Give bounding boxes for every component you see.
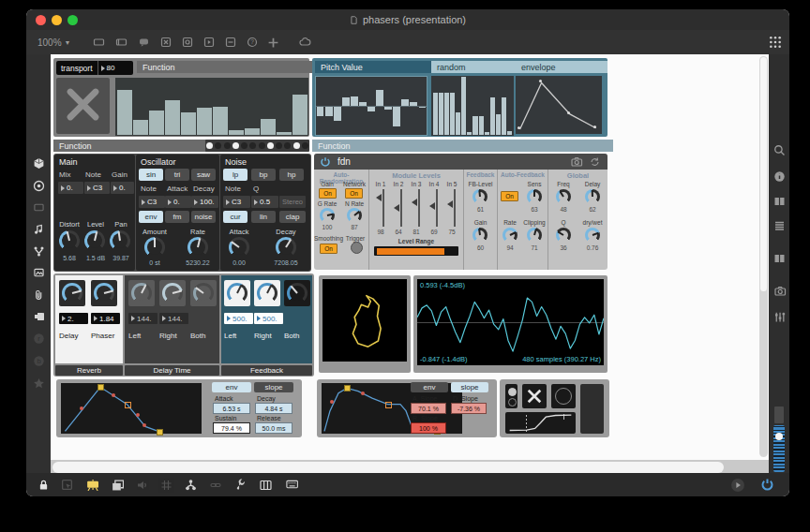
piano-icon[interactable] [259, 480, 272, 491]
plug-icon[interactable] [33, 311, 44, 322]
release-value-box[interactable]: 50.0 ms [255, 422, 292, 434]
fdn-power-icon[interactable] [320, 156, 331, 168]
feedback-right-numberbox[interactable]: 500. [254, 313, 283, 324]
circle-button[interactable] [551, 384, 576, 408]
g-rate-knob[interactable] [320, 208, 335, 223]
distort-knob[interactable] [59, 230, 80, 251]
new-message-icon[interactable] [114, 37, 128, 48]
image-icon[interactable] [33, 268, 45, 278]
x-toggle[interactable] [56, 78, 110, 134]
global-delay-knob[interactable] [585, 189, 600, 204]
osc-attack-numberbox[interactable]: 0. [165, 196, 191, 208]
list-icon[interactable] [773, 220, 786, 231]
fdn-camera-icon[interactable] [570, 156, 583, 168]
grid-icon[interactable] [160, 480, 172, 491]
in3-slider[interactable] [412, 189, 421, 227]
panes-icon[interactable] [773, 253, 786, 264]
sin-button[interactable]: sin [139, 169, 163, 181]
function-header-1[interactable]: Function [137, 61, 312, 73]
patching-mode-icon[interactable] [111, 479, 124, 491]
reverb-delay-numberbox[interactable]: 2. [59, 313, 88, 324]
comment-icon[interactable] [137, 37, 151, 48]
x-button[interactable] [522, 384, 547, 408]
power-button[interactable] [760, 478, 774, 492]
delay-left-knob[interactable] [131, 283, 152, 303]
hp-button[interactable]: hp [279, 169, 304, 181]
main-gain-numberbox[interactable]: 0. [111, 182, 134, 194]
env1-slope-tab[interactable]: slope [254, 382, 293, 392]
bp-button[interactable]: bp [251, 169, 276, 181]
zoom-dropdown[interactable]: 100%▼ [38, 37, 71, 48]
random-header[interactable]: random [431, 61, 518, 73]
noise-q-numberbox[interactable]: 0.5 [251, 196, 278, 208]
env1-env-tab[interactable]: env [212, 382, 251, 392]
fm-button[interactable]: fm [165, 211, 189, 223]
reverb-phaser-knob[interactable] [94, 283, 114, 303]
clap-button[interactable]: clap [279, 211, 306, 223]
trigger-button[interactable] [351, 242, 363, 254]
select-icon[interactable] [61, 479, 73, 491]
help-icon[interactable]: ? [246, 37, 259, 48]
lin-button[interactable]: lin [251, 211, 276, 223]
delay-right-knob[interactable] [162, 283, 183, 303]
delay-both-knob[interactable] [193, 283, 214, 303]
pan-knob[interactable] [110, 230, 130, 251]
fdn-gain-knob[interactable] [472, 228, 488, 243]
af-rate-knob[interactable] [502, 228, 518, 243]
env2-env-tab[interactable]: env [411, 382, 448, 392]
number-box-icon[interactable] [224, 37, 237, 48]
curve-utility-display[interactable] [505, 412, 576, 434]
play-button[interactable] [730, 478, 745, 493]
link-icon[interactable] [209, 480, 222, 491]
button-icon[interactable] [181, 37, 194, 48]
lock-icon[interactable] [38, 479, 49, 491]
presentation-icon[interactable] [85, 479, 98, 491]
r-slope-value-box[interactable]: 100 % [411, 422, 446, 434]
envelope-display[interactable] [516, 76, 602, 134]
lp-button[interactable]: lp [223, 169, 248, 181]
rectangle-icon[interactable] [33, 202, 45, 213]
b-badge-icon[interactable]: b [33, 355, 45, 367]
envelope-header[interactable]: envelope [516, 61, 608, 73]
preset-dots[interactable] [205, 140, 309, 152]
feedback-both-knob[interactable] [287, 283, 308, 303]
toggle-icon[interactable] [159, 37, 172, 48]
env-button[interactable]: env [139, 211, 163, 223]
gain-meter[interactable] [773, 425, 785, 472]
keyboard-icon[interactable] [284, 480, 298, 490]
target-icon[interactable] [33, 180, 45, 192]
transport-toggle[interactable]: transport 80 [56, 61, 133, 75]
smoothing-toggle[interactable]: On [320, 244, 338, 254]
waveform-display[interactable]: 0.593 (-4.5dB) -0.847 (-1.4dB) 480 sampl… [417, 279, 604, 365]
camera-icon[interactable] [773, 286, 787, 297]
freq-knob[interactable] [556, 189, 571, 204]
reverb-phaser-numberbox[interactable]: 1.84 [91, 313, 120, 324]
note-icon[interactable] [33, 223, 44, 235]
scope-display[interactable] [322, 279, 407, 362]
wrench-icon[interactable] [234, 479, 247, 491]
noise-decay-knob[interactable] [276, 237, 296, 258]
d-slope-value-box[interactable]: -7.36 % [451, 403, 487, 414]
new-object-icon[interactable] [92, 37, 106, 48]
horizontal-scrollbar-thumb[interactable] [52, 462, 724, 473]
fdn-cycle-icon[interactable] [589, 156, 601, 168]
playbar-icon[interactable] [202, 37, 216, 48]
dry-wet-knob[interactable] [585, 228, 600, 243]
level-range-slider[interactable] [374, 246, 458, 256]
in1-slider[interactable] [376, 189, 385, 227]
vertical-scrollbar-thumb[interactable] [760, 57, 767, 291]
delay-left-numberbox[interactable]: 144. [128, 313, 158, 324]
search-icon[interactable] [773, 144, 786, 156]
hierarchy-icon[interactable] [185, 479, 197, 491]
function-multislider[interactable] [115, 78, 308, 136]
radio-group[interactable] [505, 384, 518, 408]
rate-knob[interactable] [188, 237, 208, 258]
audio-icon[interactable] [136, 480, 148, 491]
auto-feedback-toggle[interactable]: On [501, 191, 518, 201]
in5-slider[interactable] [447, 189, 457, 227]
info-icon[interactable] [773, 170, 786, 183]
meter-handle[interactable] [774, 406, 784, 423]
gain-slider-dot[interactable] [775, 433, 783, 440]
in4-slider[interactable] [429, 189, 439, 227]
feedback-right-knob[interactable] [257, 283, 278, 303]
